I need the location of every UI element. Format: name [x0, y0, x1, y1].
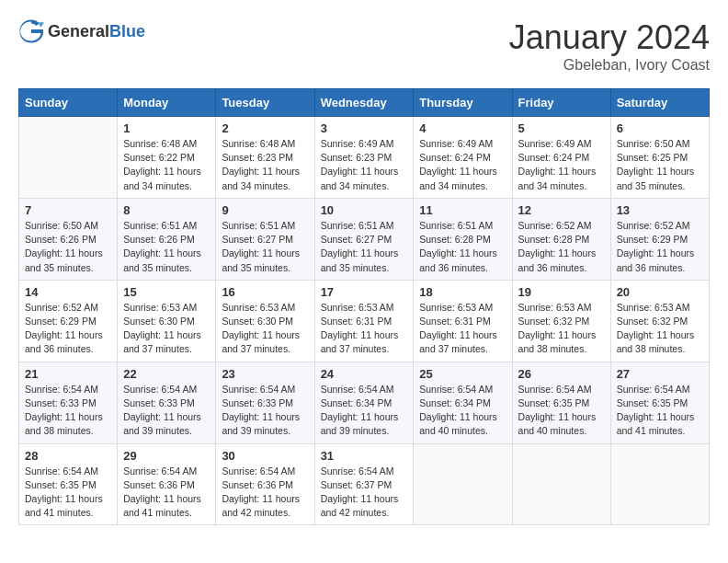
day-info: Sunrise: 6:54 AMSunset: 6:37 PMDaylight:…: [321, 465, 408, 521]
calendar-day-cell: 22Sunrise: 6:54 AMSunset: 6:33 PMDayligh…: [118, 362, 216, 443]
calendar-day-cell: 11Sunrise: 6:51 AMSunset: 6:28 PMDayligh…: [414, 198, 512, 280]
calendar-day-cell: [512, 443, 610, 525]
month-title: January 2024: [509, 18, 710, 57]
calendar-table: SundayMondayTuesdayWednesdayThursdayFrid…: [18, 88, 710, 525]
calendar-day-cell: 10Sunrise: 6:51 AMSunset: 6:27 PMDayligh…: [314, 198, 414, 280]
calendar-week-row: 1Sunrise: 6:48 AMSunset: 6:22 PMDaylight…: [19, 117, 710, 199]
calendar-day-cell: 18Sunrise: 6:53 AMSunset: 6:31 PMDayligh…: [414, 280, 512, 362]
day-number: 9: [222, 203, 308, 217]
calendar-day-cell: 17Sunrise: 6:53 AMSunset: 6:31 PMDayligh…: [314, 280, 414, 362]
day-number: 5: [518, 121, 605, 135]
day-info: Sunrise: 6:53 AMSunset: 6:31 PMDaylight:…: [419, 301, 506, 357]
day-of-week-header: Sunday: [19, 89, 118, 117]
day-number: 14: [25, 285, 111, 299]
day-info: Sunrise: 6:53 AMSunset: 6:32 PMDaylight:…: [617, 301, 703, 357]
day-number: 18: [419, 285, 506, 299]
day-number: 10: [321, 203, 408, 217]
day-number: 29: [123, 449, 210, 463]
day-info: Sunrise: 6:54 AMSunset: 6:35 PMDaylight:…: [617, 383, 703, 439]
day-number: 21: [25, 367, 111, 381]
logo-general: General: [48, 22, 109, 40]
day-number: 12: [518, 203, 605, 217]
day-number: 31: [321, 449, 408, 463]
day-number: 27: [617, 367, 703, 381]
day-info: Sunrise: 6:48 AMSunset: 6:22 PMDaylight:…: [123, 137, 210, 193]
day-info: Sunrise: 6:53 AMSunset: 6:32 PMDaylight:…: [518, 301, 605, 357]
day-number: 26: [518, 367, 605, 381]
calendar-day-cell: 30Sunrise: 6:54 AMSunset: 6:36 PMDayligh…: [216, 443, 314, 525]
days-header-row: SundayMondayTuesdayWednesdayThursdayFrid…: [19, 89, 710, 117]
day-number: 19: [518, 285, 605, 299]
day-number: 13: [617, 203, 703, 217]
logo: GeneralBlue: [18, 18, 145, 44]
day-info: Sunrise: 6:52 AMSunset: 6:29 PMDaylight:…: [617, 219, 703, 275]
calendar-day-cell: 1Sunrise: 6:48 AMSunset: 6:22 PMDaylight…: [118, 117, 216, 199]
day-number: 6: [617, 121, 703, 135]
day-of-week-header: Monday: [118, 89, 216, 117]
day-info: Sunrise: 6:54 AMSunset: 6:36 PMDaylight:…: [222, 465, 308, 521]
day-of-week-header: Tuesday: [216, 89, 314, 117]
day-number: 30: [222, 449, 308, 463]
calendar-day-cell: 2Sunrise: 6:48 AMSunset: 6:23 PMDaylight…: [216, 117, 314, 199]
day-number: 4: [419, 121, 506, 135]
calendar-day-cell: 7Sunrise: 6:50 AMSunset: 6:26 PMDaylight…: [19, 198, 118, 280]
day-info: Sunrise: 6:54 AMSunset: 6:33 PMDaylight:…: [222, 383, 308, 439]
calendar-day-cell: 8Sunrise: 6:51 AMSunset: 6:26 PMDaylight…: [118, 198, 216, 280]
day-number: 20: [617, 285, 703, 299]
day-info: Sunrise: 6:53 AMSunset: 6:30 PMDaylight:…: [222, 301, 308, 357]
day-of-week-header: Thursday: [414, 89, 512, 117]
day-number: 24: [321, 367, 408, 381]
calendar-day-cell: 4Sunrise: 6:49 AMSunset: 6:24 PMDaylight…: [414, 117, 512, 199]
day-number: 22: [123, 367, 210, 381]
day-info: Sunrise: 6:54 AMSunset: 6:35 PMDaylight:…: [25, 465, 111, 521]
location-title: Gbeleban, Ivory Coast: [509, 57, 710, 74]
calendar-day-cell: 21Sunrise: 6:54 AMSunset: 6:33 PMDayligh…: [19, 362, 118, 443]
day-info: Sunrise: 6:54 AMSunset: 6:36 PMDaylight:…: [123, 465, 210, 521]
day-info: Sunrise: 6:49 AMSunset: 6:23 PMDaylight:…: [321, 137, 408, 193]
day-info: Sunrise: 6:54 AMSunset: 6:34 PMDaylight:…: [419, 383, 506, 439]
calendar-day-cell: [414, 443, 512, 525]
calendar-day-cell: 26Sunrise: 6:54 AMSunset: 6:35 PMDayligh…: [512, 362, 610, 443]
day-info: Sunrise: 6:51 AMSunset: 6:28 PMDaylight:…: [419, 219, 506, 275]
day-number: 2: [222, 121, 308, 135]
day-number: 8: [123, 203, 210, 217]
day-number: 23: [222, 367, 308, 381]
day-of-week-header: Friday: [512, 89, 610, 117]
calendar-week-row: 21Sunrise: 6:54 AMSunset: 6:33 PMDayligh…: [19, 362, 710, 443]
calendar-day-cell: 3Sunrise: 6:49 AMSunset: 6:23 PMDaylight…: [314, 117, 414, 199]
calendar-day-cell: [610, 443, 709, 525]
calendar-day-cell: 20Sunrise: 6:53 AMSunset: 6:32 PMDayligh…: [610, 280, 709, 362]
calendar-week-row: 28Sunrise: 6:54 AMSunset: 6:35 PMDayligh…: [19, 443, 710, 525]
day-number: 3: [321, 121, 408, 135]
day-number: 16: [222, 285, 308, 299]
calendar-week-row: 14Sunrise: 6:52 AMSunset: 6:29 PMDayligh…: [19, 280, 710, 362]
day-of-week-header: Saturday: [610, 89, 709, 117]
day-info: Sunrise: 6:49 AMSunset: 6:24 PMDaylight:…: [419, 137, 506, 193]
calendar-day-cell: 15Sunrise: 6:53 AMSunset: 6:30 PMDayligh…: [118, 280, 216, 362]
day-info: Sunrise: 6:51 AMSunset: 6:26 PMDaylight:…: [123, 219, 210, 275]
day-number: 17: [321, 285, 408, 299]
day-info: Sunrise: 6:50 AMSunset: 6:26 PMDaylight:…: [25, 219, 111, 275]
logo-text: GeneralBlue: [48, 22, 145, 41]
day-info: Sunrise: 6:51 AMSunset: 6:27 PMDaylight:…: [222, 219, 308, 275]
day-info: Sunrise: 6:49 AMSunset: 6:24 PMDaylight:…: [518, 137, 605, 193]
calendar-day-cell: 12Sunrise: 6:52 AMSunset: 6:28 PMDayligh…: [512, 198, 610, 280]
calendar-day-cell: 23Sunrise: 6:54 AMSunset: 6:33 PMDayligh…: [216, 362, 314, 443]
day-number: 1: [123, 121, 210, 135]
day-info: Sunrise: 6:54 AMSunset: 6:33 PMDaylight:…: [123, 383, 210, 439]
day-info: Sunrise: 6:54 AMSunset: 6:33 PMDaylight:…: [25, 383, 111, 439]
calendar-day-cell: 13Sunrise: 6:52 AMSunset: 6:29 PMDayligh…: [610, 198, 709, 280]
calendar-day-cell: 19Sunrise: 6:53 AMSunset: 6:32 PMDayligh…: [512, 280, 610, 362]
day-number: 28: [25, 449, 111, 463]
day-info: Sunrise: 6:52 AMSunset: 6:28 PMDaylight:…: [518, 219, 605, 275]
page-header: GeneralBlue January 2024 Gbeleban, Ivory…: [18, 18, 710, 74]
calendar-day-cell: 28Sunrise: 6:54 AMSunset: 6:35 PMDayligh…: [19, 443, 118, 525]
calendar-day-cell: 27Sunrise: 6:54 AMSunset: 6:35 PMDayligh…: [610, 362, 709, 443]
day-info: Sunrise: 6:54 AMSunset: 6:34 PMDaylight:…: [321, 383, 408, 439]
calendar-day-cell: 6Sunrise: 6:50 AMSunset: 6:25 PMDaylight…: [610, 117, 709, 199]
calendar-day-cell: 5Sunrise: 6:49 AMSunset: 6:24 PMDaylight…: [512, 117, 610, 199]
day-number: 11: [419, 203, 506, 217]
day-info: Sunrise: 6:50 AMSunset: 6:25 PMDaylight:…: [617, 137, 703, 193]
calendar-day-cell: 14Sunrise: 6:52 AMSunset: 6:29 PMDayligh…: [19, 280, 118, 362]
day-of-week-header: Wednesday: [314, 89, 414, 117]
